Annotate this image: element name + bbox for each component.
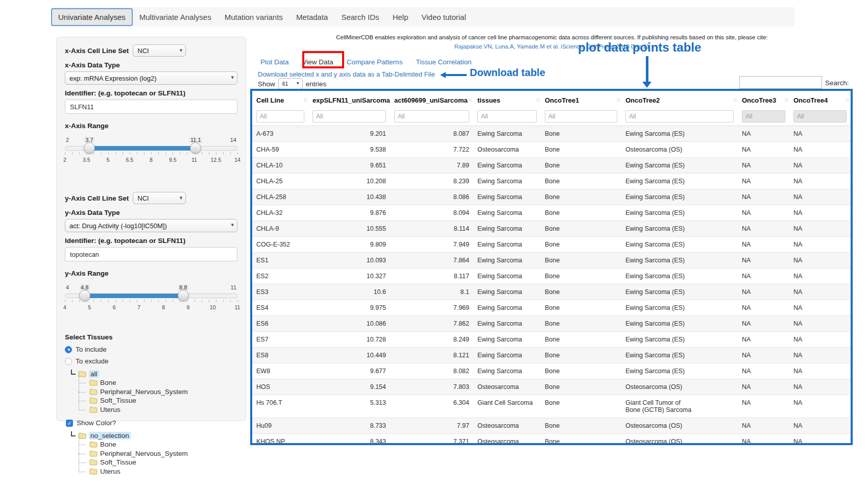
column-filter-input[interactable] <box>312 110 386 123</box>
table-cell: 9.876 <box>308 205 390 221</box>
column-filter-input[interactable] <box>793 110 847 123</box>
table-cell: 9.538 <box>308 142 390 158</box>
nav-tab-mutation-variants[interactable]: Mutation variants <box>218 8 290 26</box>
radio-to-exclude[interactable] <box>65 358 72 365</box>
tree-node-soft_tissue[interactable]: Soft_Tissue <box>77 458 237 467</box>
tissue-radio-row: To exclude <box>65 357 237 365</box>
table-row[interactable]: ES810.4498.121Ewing SarcomaBoneEwing Sar… <box>252 348 851 363</box>
x-cell-line-set-select[interactable]: NCI ▾ <box>133 44 186 57</box>
nav-tab-univariate-analyses[interactable]: Univariate Analyses <box>51 8 133 26</box>
tree-node-uterus[interactable]: Uterus <box>77 467 237 476</box>
table-cell: NA <box>738 300 789 316</box>
table-row[interactable]: ES310.68.1Ewing SarcomaBoneEwing Sarcoma… <box>252 284 851 300</box>
column-header-oncotree1[interactable]: OncoTree1↑↓ <box>541 91 621 109</box>
tree-root-node[interactable]: all <box>70 369 237 378</box>
x-data-type-select[interactable]: exp: mRNA Expression (log2) ▾ <box>65 71 237 85</box>
subtab-tissue-correlation[interactable]: Tissue Correlation <box>416 58 471 66</box>
column-filter-input[interactable] <box>256 110 304 123</box>
table-row[interactable]: ES110.0937.864Ewing SarcomaBoneEwing Sar… <box>252 253 851 269</box>
nav-tab-help[interactable]: Help <box>386 8 415 26</box>
entries-select[interactable]: 61 ▾ <box>278 78 303 89</box>
tree-node-bone[interactable]: Bone <box>77 440 237 449</box>
table-cell: NA <box>789 126 851 142</box>
sort-icon[interactable]: ↑↓ <box>846 96 849 103</box>
slider-tick-label: 8 <box>162 304 165 310</box>
column-header-tissues[interactable]: tissues↑↓ <box>473 91 541 109</box>
sort-icon[interactable]: ↑↓ <box>303 96 307 103</box>
table-row[interactable]: Hs 706.T5.3136.304Giant Cell SarcomaBone… <box>252 395 851 418</box>
sort-icon[interactable]: ↑↓ <box>385 96 389 103</box>
table-row[interactable]: ES710.7288.249Ewing SarcomaBoneEwing Sar… <box>252 332 851 348</box>
table-row[interactable]: Hu098.7337.97OsteosarcomaBoneOsteosarcom… <box>252 418 851 434</box>
sort-icon[interactable]: ↑↓ <box>784 96 788 103</box>
table-search-input[interactable] <box>739 76 822 89</box>
show-color-checkbox[interactable]: ✓ <box>66 420 73 427</box>
intro-text: CellMinerCDB enables exploration and ana… <box>251 34 853 40</box>
column-filter-input[interactable] <box>625 110 734 123</box>
tree-node-label: Uterus <box>100 468 120 475</box>
sort-icon[interactable]: ↑↓ <box>616 96 620 103</box>
column-header-oncotree4[interactable]: OncoTree4↑↓ <box>789 91 851 109</box>
tissue-include-tree: allBonePeripheral_Nervous_SystemSoft_Tis… <box>70 369 237 414</box>
nav-tab-video-tutorial[interactable]: Video tutorial <box>415 8 472 26</box>
sort-icon[interactable]: ↑↓ <box>733 96 736 103</box>
subtab-compare-patterns[interactable]: Compare Patterns <box>347 58 403 66</box>
table-row[interactable]: COG-E-3529.8097.949Ewing SarcomaBoneEwin… <box>252 237 851 253</box>
column-filter-input[interactable] <box>545 110 617 123</box>
tree-node-peripheral_nervous_system[interactable]: Peripheral_Nervous_System <box>77 387 237 397</box>
table-cell: NA <box>789 363 851 379</box>
column-header-expslfn11_unisarcoma[interactable]: expSLFN11_uniSarcoma↑↓ <box>308 91 390 109</box>
table-row[interactable]: EW89.6778.082Ewing SarcomaBoneEwing Sarc… <box>252 363 851 379</box>
y-range-slider[interactable]: 4114.88.84567891011 <box>65 285 237 315</box>
tree-node-uterus[interactable]: Uterus <box>77 405 237 414</box>
tree-node-soft_tissue[interactable]: Soft_Tissue <box>77 396 237 405</box>
tree-node-label: Bone <box>100 441 116 448</box>
table-row[interactable]: ES49.9757.969Ewing SarcomaBoneEwing Sarc… <box>252 300 851 316</box>
subtab-plot-data[interactable]: Plot Data <box>260 58 289 66</box>
table-cell: Ewing Sarcoma <box>473 348 541 363</box>
y-cell-line-set-select[interactable]: NCI ▾ <box>133 192 186 204</box>
table-cell: 7.803 <box>390 379 473 395</box>
column-header-oncotree2[interactable]: OncoTree2↑↓ <box>621 91 738 109</box>
column-header-cell line[interactable]: Cell Line↑↓ <box>252 91 308 109</box>
table-row[interactable]: CHA-599.5387.722OsteosarcomaBoneOsteosar… <box>252 142 851 158</box>
tree-node-peripheral_nervous_system[interactable]: Peripheral_Nervous_System <box>77 449 237 458</box>
column-header-act609699_unisarcoma[interactable]: act609699_uniSarcoma↑↓ <box>390 91 473 109</box>
column-filter-input[interactable] <box>394 110 469 123</box>
citation-link[interactable]: Rajapakse.VN, Luna.A, Yamade.M et al. iS… <box>251 43 853 50</box>
slider-tick-label: 10 <box>210 304 216 310</box>
table-cell: Bone <box>541 379 621 395</box>
sort-icon[interactable]: ↑↓ <box>468 96 472 103</box>
sort-icon[interactable]: ↑↓ <box>536 96 539 103</box>
table-row[interactable]: CHLA-25810.4388.086Ewing SarcomaBoneEwin… <box>252 189 851 205</box>
table-row[interactable]: CHLA-2510.2088.239Ewing SarcomaBoneEwing… <box>252 174 851 189</box>
table-row[interactable]: CHLA-329.8768.094Ewing SarcomaBoneEwing … <box>252 205 851 221</box>
x-range-slider[interactable]: 2143.711.123.556.589.51112.514 <box>65 138 237 167</box>
tree-node-bone[interactable]: Bone <box>77 378 237 387</box>
table-row[interactable]: HOS9.1547.803OsteosarcomaBoneOsteosarcom… <box>252 379 851 395</box>
table-row[interactable]: KHOS NP8.3437.371OsteosarcomaBoneOsteosa… <box>252 434 851 446</box>
nav-tab-metadata[interactable]: Metadata <box>290 8 335 26</box>
table-cell: 9.651 <box>308 158 390 174</box>
tree-root-node[interactable]: no_selection <box>70 431 237 440</box>
x-identifier-input[interactable] <box>65 100 237 114</box>
y-identifier-input[interactable] <box>65 247 237 261</box>
column-filter-input[interactable] <box>742 110 785 123</box>
table-row[interactable]: A-6739.2018.087Ewing SarcomaBoneEwing Sa… <box>252 126 851 142</box>
nav-tab-multivariate-analyses[interactable]: Multivariate Analyses <box>133 8 218 26</box>
table-cell: 10.086 <box>308 316 390 332</box>
table-cell: Ewing Sarcoma <box>473 332 541 348</box>
table-cell: 9.809 <box>308 237 390 253</box>
y-data-type-select[interactable]: act: Drug Activity (-log10[IC50M]) ▾ <box>65 219 237 232</box>
table-row[interactable]: CHLA-910.5558.114Ewing SarcomaBoneEwing … <box>252 221 851 237</box>
radio-to-include[interactable] <box>65 346 72 353</box>
table-cell: EW8 <box>252 363 308 379</box>
download-data-link[interactable]: Download selected x and y axis data as a… <box>258 70 435 78</box>
nav-tab-search-ids[interactable]: Search IDs <box>334 8 385 26</box>
column-filter-input[interactable] <box>477 110 537 123</box>
table-row[interactable]: ES210.3278.117Ewing SarcomaBoneEwing Sar… <box>252 269 851 284</box>
table-row[interactable]: CHLA-109.6517.89Ewing SarcomaBoneEwing S… <box>252 158 851 174</box>
table-row[interactable]: ES610.0867.862Ewing SarcomaBoneEwing Sar… <box>252 316 851 332</box>
column-header-oncotree3[interactable]: OncoTree3↑↓ <box>738 91 789 109</box>
tree-node-label: Bone <box>100 379 116 386</box>
